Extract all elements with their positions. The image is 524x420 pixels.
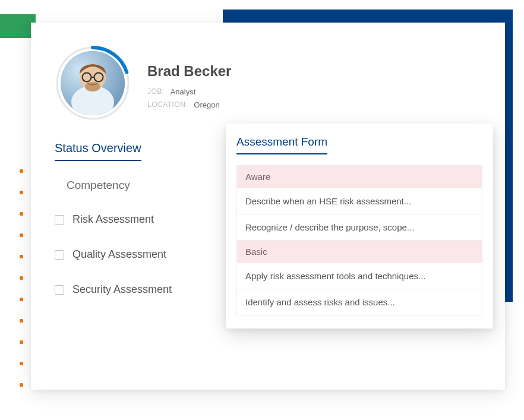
profile-name: Brad Becker [147,63,231,80]
assessment-group-header-basic: Basic [237,241,482,263]
profile-job-value: Analyst [171,86,196,99]
profile-meta: Brad Becker JOB: Analyst LOCATION: Orego… [147,45,231,112]
assessment-item[interactable]: Recognize / describe the purpose, scope.… [237,214,482,241]
assessment-form-title: Assessment Form [236,135,327,154]
competency-item-label: Risk Assessment [72,213,154,226]
avatar-image [61,51,125,115]
checkbox-icon[interactable] [55,250,64,260]
checkbox-icon[interactable] [55,215,64,225]
assessment-list: Aware Describe when an HSE risk assessme… [236,165,482,315]
competency-item-label: Quality Assessment [72,248,166,261]
competency-item-label: Security Assessment [72,283,172,296]
profile-job-label: JOB: [147,86,165,99]
svg-point-4 [85,82,100,91]
profile-job-row: JOB: Analyst [147,86,231,99]
status-overview-title: Status Overview [55,141,141,161]
assessment-item[interactable]: Identify and assess risks and issues... [237,289,482,315]
profile-header: Brad Becker JOB: Analyst LOCATION: Orego… [55,45,481,121]
profile-location-row: LOCATION: Oregon [147,99,231,112]
assessment-item[interactable]: Apply risk assessment tools and techniqu… [237,263,482,289]
assessment-form-card: Assessment Form Aware Describe when an H… [226,124,493,329]
avatar [55,45,131,121]
decorative-green-bar [0,14,36,38]
profile-location-label: LOCATION: [147,99,188,112]
profile-location-value: Oregon [194,99,219,112]
assessment-group-header-aware: Aware [237,166,482,188]
assessment-item[interactable]: Describe when an HSE risk assessment... [237,188,482,214]
checkbox-icon[interactable] [55,285,64,295]
